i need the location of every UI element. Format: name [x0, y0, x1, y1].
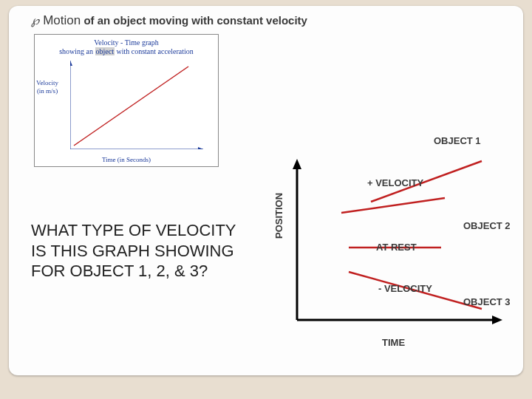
svg-line-10 — [341, 198, 445, 213]
graph-xlabel: TIME — [382, 337, 405, 348]
velocity-time-thumbnail: Velocity - Time graph showing an object … — [34, 34, 219, 167]
thumb-title: Velocity - Time graph showing an object … — [35, 38, 218, 56]
heading-rest: of an object moving with constant veloci… — [83, 14, 307, 27]
question-text: WHAT TYPE OF VELOCITY IS THIS GRAPH SHOW… — [31, 220, 245, 282]
label-at-rest: AT REST — [376, 242, 417, 253]
thumb-chart-svg — [70, 61, 203, 149]
label-minus-velocity: - VELOCITY — [378, 283, 432, 294]
heading-motion: Motion — [43, 13, 81, 27]
label-object-1: OBJECT 1 — [434, 135, 481, 146]
bullet-glyph: ℘ — [31, 14, 39, 27]
slide-container: ℘ Motion of an object moving with consta… — [9, 6, 523, 375]
svg-marker-6 — [293, 159, 301, 169]
label-object-2: OBJECT 2 — [463, 220, 511, 231]
label-object-3: OBJECT 3 — [463, 296, 511, 307]
label-plus-velocity: + VELOCITY — [367, 177, 423, 188]
thumb-ylabel: Velocity (in m/s) — [36, 79, 58, 95]
svg-marker-8 — [492, 316, 502, 324]
svg-line-4 — [74, 66, 188, 146]
thumb-xlabel: Time (in Seconds) — [35, 156, 218, 163]
svg-marker-3 — [70, 61, 72, 66]
slide-heading: ℘ Motion of an object moving with consta… — [9, 13, 523, 28]
graph-ylabel: POSITION — [273, 193, 284, 239]
